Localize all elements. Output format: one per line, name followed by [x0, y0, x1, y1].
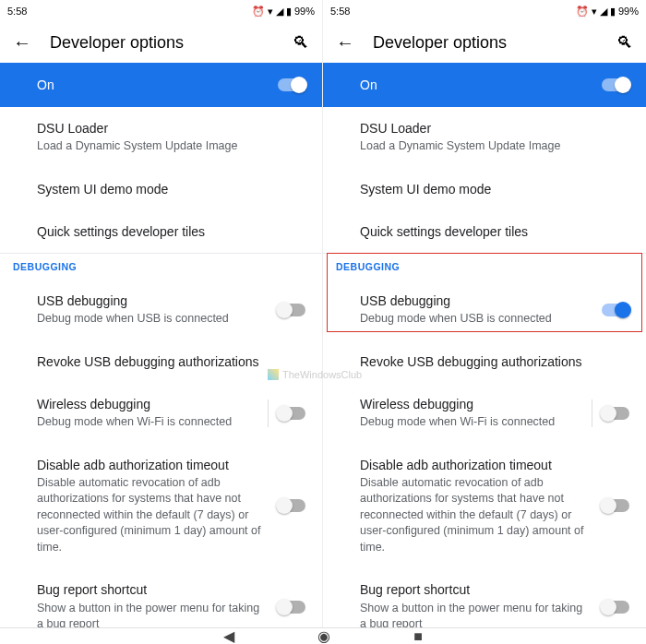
- status-icons: ⏰ ▾ ◢ ▮ 99%: [252, 6, 315, 18]
- back-icon[interactable]: ←: [13, 32, 31, 54]
- settings-list: DSU Loader Load a Dynamic System Update …: [323, 107, 646, 627]
- item-tiles[interactable]: Quick settings developer tiles: [0, 210, 322, 253]
- item-bug[interactable]: Bug report shortcut Show a button in the…: [0, 568, 322, 627]
- item-dsu[interactable]: DSU Loader Load a Dynamic System Update …: [323, 107, 646, 168]
- usb-switch[interactable]: [278, 304, 305, 316]
- section-debugging: DEBUGGING: [323, 254, 646, 280]
- item-demo[interactable]: System UI demo mode: [323, 168, 646, 210]
- status-time: 5:58: [330, 6, 350, 17]
- adb-switch[interactable]: [278, 499, 305, 512]
- wifi-icon: ▾: [268, 6, 273, 18]
- wireless-switch[interactable]: [278, 407, 305, 420]
- settings-list: DSU Loader Load a Dynamic System Update …: [0, 107, 322, 627]
- item-bug[interactable]: Bug report shortcut Show a button in the…: [323, 568, 646, 627]
- battery-pct: 99%: [618, 6, 639, 17]
- battery-icon: ▮: [610, 6, 616, 18]
- alarm-icon: ⏰: [576, 6, 589, 18]
- wifi-icon: ▾: [592, 6, 597, 18]
- alarm-icon: ⏰: [252, 6, 265, 18]
- appbar: ← Developer options 🔍︎: [323, 22, 646, 63]
- master-label: On: [340, 78, 377, 92]
- status-time: 5:58: [7, 6, 27, 17]
- master-label: On: [17, 78, 54, 92]
- screen-right: 5:58 ⏰ ▾ ◢ ▮ 99% ← Developer options 🔍︎ …: [323, 0, 646, 627]
- appbar: ← Developer options 🔍︎: [0, 22, 322, 63]
- status-bar: 5:58 ⏰ ▾ ◢ ▮ 99%: [323, 0, 646, 22]
- signal-icon: ◢: [276, 6, 283, 18]
- page-title: Developer options: [373, 33, 598, 53]
- battery-pct: 99%: [294, 6, 315, 17]
- item-dsu[interactable]: DSU Loader Load a Dynamic System Update …: [0, 107, 322, 168]
- bug-switch[interactable]: [278, 601, 305, 614]
- item-adb[interactable]: Disable adb authorization timeout Disabl…: [0, 444, 322, 569]
- master-switch[interactable]: [278, 78, 305, 91]
- master-toggle[interactable]: On: [0, 63, 322, 107]
- item-tiles[interactable]: Quick settings developer tiles: [323, 210, 646, 253]
- signal-icon: ◢: [600, 6, 607, 18]
- wm-icon: [268, 369, 279, 380]
- status-icons: ⏰ ▾ ◢ ▮ 99%: [576, 6, 639, 18]
- item-wireless[interactable]: Wireless debugging Debug mode when Wi-Fi…: [323, 383, 646, 444]
- nav-bar: ◀ ◉ ■: [0, 627, 646, 644]
- master-switch[interactable]: [602, 78, 629, 91]
- status-bar: 5:58 ⏰ ▾ ◢ ▮ 99%: [0, 0, 322, 22]
- screen-left: 5:58 ⏰ ▾ ◢ ▮ 99% ← Developer options 🔍︎ …: [0, 0, 323, 627]
- nav-back-icon[interactable]: ◀: [223, 627, 234, 644]
- item-adb[interactable]: Disable adb authorization timeout Disabl…: [323, 444, 646, 569]
- search-icon[interactable]: 🔍︎: [616, 33, 633, 53]
- item-revoke[interactable]: Revoke USB debugging authorizations: [323, 340, 646, 383]
- watermark: TheWindowsClub: [268, 369, 362, 380]
- bug-switch[interactable]: [602, 601, 629, 614]
- item-usb[interactable]: USB debugging Debug mode when USB is con…: [0, 280, 322, 340]
- section-debugging: DEBUGGING: [0, 254, 322, 280]
- item-demo[interactable]: System UI demo mode: [0, 168, 322, 210]
- usb-switch[interactable]: [602, 304, 629, 316]
- wireless-switch[interactable]: [602, 407, 629, 420]
- nav-recent-icon[interactable]: ■: [413, 628, 423, 645]
- search-icon[interactable]: 🔍︎: [293, 33, 309, 53]
- master-toggle[interactable]: On: [323, 63, 646, 107]
- nav-home-icon[interactable]: ◉: [317, 627, 330, 644]
- item-wireless[interactable]: Wireless debugging Debug mode when Wi-Fi…: [0, 383, 322, 444]
- page-title: Developer options: [50, 33, 274, 53]
- item-usb[interactable]: USB debugging Debug mode when USB is con…: [323, 280, 646, 340]
- battery-icon: ▮: [286, 6, 292, 18]
- adb-switch[interactable]: [602, 499, 629, 512]
- back-icon[interactable]: ←: [336, 32, 354, 54]
